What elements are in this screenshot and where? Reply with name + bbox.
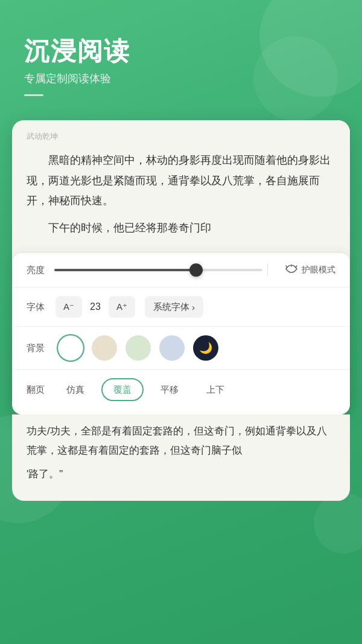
bg-option-dark[interactable]: 🌙	[193, 335, 218, 361]
eye-protection-toggle[interactable]: 护眼模式	[285, 265, 335, 275]
bottom-paragraph-1: 功夫/功夫，全部是有着固定套路的，但这奇门，例如通背拳以及八荒掌，这都是有着固定…	[27, 422, 335, 460]
bg-option-light-blue[interactable]	[159, 335, 185, 361]
header: 沉浸阅读 专属定制阅读体验	[0, 0, 362, 108]
reading-paragraph-1: 黑暗的精神空间中，林动的身影再度出现而随着他的身影出现，两道光影也是紧随而现，通…	[27, 150, 335, 211]
page-subtitle: 专属定制阅读体验	[24, 71, 338, 86]
pageturn-row: 翻页 仿真 覆盖 平移 上下	[12, 370, 350, 410]
header-underline	[24, 94, 43, 96]
pageturn-options: 仿真 覆盖 平移 上下	[56, 378, 235, 401]
font-decrease-button[interactable]: A⁻	[56, 296, 82, 318]
font-type-label: 系统字体	[153, 301, 189, 313]
pageturn-pingyi[interactable]: 平移	[150, 378, 189, 401]
eye-protection-label: 护眼模式	[302, 265, 335, 275]
font-controls: A⁻ 23 A⁺ 系统字体 ›	[56, 296, 203, 318]
book-title: 武动乾坤	[27, 131, 335, 142]
slider-thumb[interactable]	[189, 263, 203, 277]
reading-area: 武动乾坤 黑暗的精神空间中，林动的身影再度出现而随着他的身影出现，两道光影也是紧…	[12, 120, 350, 253]
page-title: 沉浸阅读	[24, 36, 338, 66]
reading-card: 武动乾坤 黑暗的精神空间中，林动的身影再度出现而随着他的身影出现，两道光影也是紧…	[12, 120, 350, 414]
slider-fill	[54, 269, 196, 271]
bg-option-cream[interactable]	[92, 335, 117, 361]
background-label: 背景	[27, 343, 49, 354]
divider	[267, 264, 268, 276]
reading-paragraph-2: 下午的时候，他已经将那卷奇门印	[27, 218, 335, 238]
font-type-button[interactable]: 系统字体 ›	[145, 296, 203, 318]
pageturn-fugai[interactable]: 覆盖	[101, 378, 144, 401]
pageturn-label: 翻页	[27, 384, 49, 396]
pageturn-shangxia[interactable]: 上下	[195, 378, 235, 401]
background-options: 🌙	[58, 335, 218, 361]
bottom-reading-text: 功夫/功夫，全部是有着固定套路的，但这奇门，例如通背拳以及八荒掌，这都是有着固定…	[27, 422, 335, 483]
font-type-arrow: ›	[192, 302, 195, 312]
bottom-text-area: 功夫/功夫，全部是有着固定套路的，但这奇门，例如通背拳以及八荒掌，这都是有着固定…	[12, 414, 350, 500]
font-size-value: 23	[87, 301, 104, 312]
settings-panel: 亮度 护眼模式 字体	[12, 253, 350, 414]
bg-option-white[interactable]	[58, 335, 83, 361]
background-row: 背景 🌙	[12, 327, 350, 370]
bg-option-light-green[interactable]	[125, 335, 151, 361]
eye-icon	[285, 265, 298, 275]
moon-icon: 🌙	[193, 335, 218, 361]
pageturn-fanzhen[interactable]: 仿真	[56, 378, 95, 401]
brightness-slider[interactable]	[54, 269, 262, 271]
brightness-label: 亮度	[27, 265, 49, 276]
bottom-paragraph-2: '路了。"	[27, 465, 335, 483]
font-row: 字体 A⁻ 23 A⁺ 系统字体 ›	[12, 288, 350, 327]
brightness-row: 亮度 护眼模式	[12, 253, 350, 288]
font-label: 字体	[27, 301, 49, 313]
reading-text: 黑暗的精神空间中，林动的身影再度出现而随着他的身影出现，两道光影也是紧随而现，通…	[27, 150, 335, 238]
font-increase-button[interactable]: A⁺	[109, 296, 135, 318]
